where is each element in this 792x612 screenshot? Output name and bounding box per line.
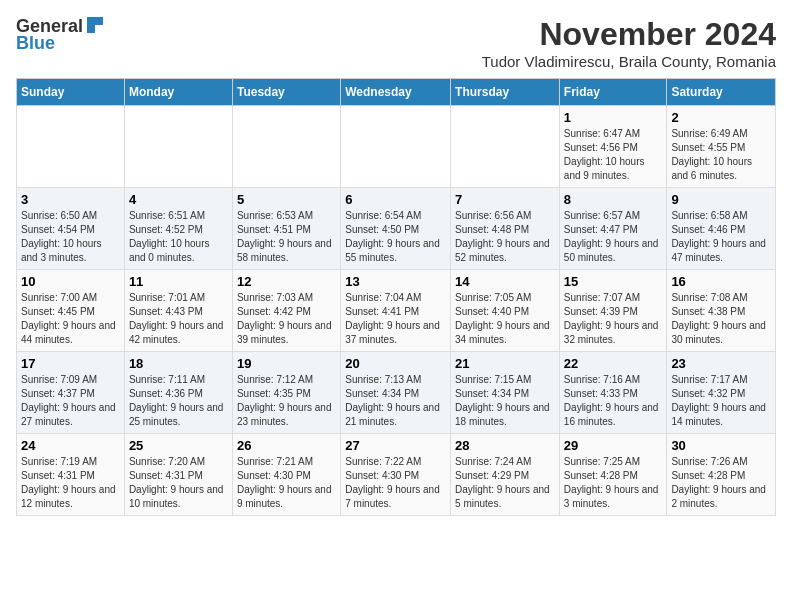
calendar-cell: 16Sunrise: 7:08 AM Sunset: 4:38 PM Dayli… <box>667 270 776 352</box>
day-info: Sunrise: 7:11 AM Sunset: 4:36 PM Dayligh… <box>129 373 228 429</box>
calendar-cell: 10Sunrise: 7:00 AM Sunset: 4:45 PM Dayli… <box>17 270 125 352</box>
calendar-cell: 14Sunrise: 7:05 AM Sunset: 4:40 PM Dayli… <box>451 270 560 352</box>
day-number: 12 <box>237 274 336 289</box>
day-number: 27 <box>345 438 446 453</box>
day-info: Sunrise: 6:49 AM Sunset: 4:55 PM Dayligh… <box>671 127 771 183</box>
day-info: Sunrise: 6:51 AM Sunset: 4:52 PM Dayligh… <box>129 209 228 265</box>
calendar-cell: 4Sunrise: 6:51 AM Sunset: 4:52 PM Daylig… <box>124 188 232 270</box>
day-number: 1 <box>564 110 663 125</box>
day-number: 16 <box>671 274 771 289</box>
calendar-cell <box>451 106 560 188</box>
day-number: 4 <box>129 192 228 207</box>
calendar-header-wednesday: Wednesday <box>341 79 451 106</box>
day-number: 9 <box>671 192 771 207</box>
logo-blue-text: Blue <box>16 33 55 54</box>
day-info: Sunrise: 7:00 AM Sunset: 4:45 PM Dayligh… <box>21 291 120 347</box>
calendar-cell: 17Sunrise: 7:09 AM Sunset: 4:37 PM Dayli… <box>17 352 125 434</box>
day-info: Sunrise: 6:57 AM Sunset: 4:47 PM Dayligh… <box>564 209 663 265</box>
day-info: Sunrise: 7:25 AM Sunset: 4:28 PM Dayligh… <box>564 455 663 511</box>
calendar-header-thursday: Thursday <box>451 79 560 106</box>
calendar-table: SundayMondayTuesdayWednesdayThursdayFrid… <box>16 78 776 516</box>
calendar-cell: 26Sunrise: 7:21 AM Sunset: 4:30 PM Dayli… <box>232 434 340 516</box>
calendar-cell: 15Sunrise: 7:07 AM Sunset: 4:39 PM Dayli… <box>559 270 667 352</box>
day-info: Sunrise: 7:16 AM Sunset: 4:33 PM Dayligh… <box>564 373 663 429</box>
day-number: 14 <box>455 274 555 289</box>
calendar-cell: 25Sunrise: 7:20 AM Sunset: 4:31 PM Dayli… <box>124 434 232 516</box>
calendar-cell: 24Sunrise: 7:19 AM Sunset: 4:31 PM Dayli… <box>17 434 125 516</box>
calendar-header-friday: Friday <box>559 79 667 106</box>
calendar-cell: 28Sunrise: 7:24 AM Sunset: 4:29 PM Dayli… <box>451 434 560 516</box>
calendar-header-sunday: Sunday <box>17 79 125 106</box>
day-number: 30 <box>671 438 771 453</box>
calendar-cell: 12Sunrise: 7:03 AM Sunset: 4:42 PM Dayli… <box>232 270 340 352</box>
calendar-cell: 13Sunrise: 7:04 AM Sunset: 4:41 PM Dayli… <box>341 270 451 352</box>
header: General Blue November 2024 Tudor Vladimi… <box>16 16 776 70</box>
calendar-header-row: SundayMondayTuesdayWednesdayThursdayFrid… <box>17 79 776 106</box>
day-number: 22 <box>564 356 663 371</box>
logo-icon <box>85 15 105 35</box>
svg-marker-0 <box>87 17 103 33</box>
day-number: 7 <box>455 192 555 207</box>
day-info: Sunrise: 7:05 AM Sunset: 4:40 PM Dayligh… <box>455 291 555 347</box>
calendar-cell: 22Sunrise: 7:16 AM Sunset: 4:33 PM Dayli… <box>559 352 667 434</box>
day-number: 18 <box>129 356 228 371</box>
week-row-2: 3Sunrise: 6:50 AM Sunset: 4:54 PM Daylig… <box>17 188 776 270</box>
calendar-header-monday: Monday <box>124 79 232 106</box>
day-info: Sunrise: 7:03 AM Sunset: 4:42 PM Dayligh… <box>237 291 336 347</box>
day-info: Sunrise: 7:13 AM Sunset: 4:34 PM Dayligh… <box>345 373 446 429</box>
day-info: Sunrise: 6:54 AM Sunset: 4:50 PM Dayligh… <box>345 209 446 265</box>
day-number: 13 <box>345 274 446 289</box>
calendar-cell <box>232 106 340 188</box>
day-info: Sunrise: 6:50 AM Sunset: 4:54 PM Dayligh… <box>21 209 120 265</box>
title-area: November 2024 Tudor Vladimirescu, Braila… <box>482 16 776 70</box>
calendar-cell: 30Sunrise: 7:26 AM Sunset: 4:28 PM Dayli… <box>667 434 776 516</box>
calendar-cell: 27Sunrise: 7:22 AM Sunset: 4:30 PM Dayli… <box>341 434 451 516</box>
calendar-cell: 11Sunrise: 7:01 AM Sunset: 4:43 PM Dayli… <box>124 270 232 352</box>
day-info: Sunrise: 7:09 AM Sunset: 4:37 PM Dayligh… <box>21 373 120 429</box>
day-number: 11 <box>129 274 228 289</box>
week-row-1: 1Sunrise: 6:47 AM Sunset: 4:56 PM Daylig… <box>17 106 776 188</box>
week-row-4: 17Sunrise: 7:09 AM Sunset: 4:37 PM Dayli… <box>17 352 776 434</box>
day-info: Sunrise: 7:04 AM Sunset: 4:41 PM Dayligh… <box>345 291 446 347</box>
calendar-cell: 29Sunrise: 7:25 AM Sunset: 4:28 PM Dayli… <box>559 434 667 516</box>
day-number: 19 <box>237 356 336 371</box>
day-number: 3 <box>21 192 120 207</box>
day-number: 6 <box>345 192 446 207</box>
day-number: 24 <box>21 438 120 453</box>
calendar-cell: 20Sunrise: 7:13 AM Sunset: 4:34 PM Dayli… <box>341 352 451 434</box>
day-info: Sunrise: 6:58 AM Sunset: 4:46 PM Dayligh… <box>671 209 771 265</box>
calendar-cell: 2Sunrise: 6:49 AM Sunset: 4:55 PM Daylig… <box>667 106 776 188</box>
day-info: Sunrise: 7:20 AM Sunset: 4:31 PM Dayligh… <box>129 455 228 511</box>
subtitle: Tudor Vladimirescu, Braila County, Roman… <box>482 53 776 70</box>
day-info: Sunrise: 6:47 AM Sunset: 4:56 PM Dayligh… <box>564 127 663 183</box>
logo: General Blue <box>16 16 105 54</box>
week-row-3: 10Sunrise: 7:00 AM Sunset: 4:45 PM Dayli… <box>17 270 776 352</box>
calendar-cell: 23Sunrise: 7:17 AM Sunset: 4:32 PM Dayli… <box>667 352 776 434</box>
day-number: 23 <box>671 356 771 371</box>
day-info: Sunrise: 7:12 AM Sunset: 4:35 PM Dayligh… <box>237 373 336 429</box>
day-number: 28 <box>455 438 555 453</box>
day-info: Sunrise: 7:21 AM Sunset: 4:30 PM Dayligh… <box>237 455 336 511</box>
day-info: Sunrise: 7:01 AM Sunset: 4:43 PM Dayligh… <box>129 291 228 347</box>
calendar-cell <box>124 106 232 188</box>
day-number: 5 <box>237 192 336 207</box>
calendar-cell: 9Sunrise: 6:58 AM Sunset: 4:46 PM Daylig… <box>667 188 776 270</box>
day-number: 17 <box>21 356 120 371</box>
day-number: 21 <box>455 356 555 371</box>
calendar-cell <box>341 106 451 188</box>
day-number: 2 <box>671 110 771 125</box>
day-number: 15 <box>564 274 663 289</box>
day-info: Sunrise: 7:08 AM Sunset: 4:38 PM Dayligh… <box>671 291 771 347</box>
calendar-header-tuesday: Tuesday <box>232 79 340 106</box>
day-info: Sunrise: 7:24 AM Sunset: 4:29 PM Dayligh… <box>455 455 555 511</box>
calendar-cell: 18Sunrise: 7:11 AM Sunset: 4:36 PM Dayli… <box>124 352 232 434</box>
day-info: Sunrise: 7:17 AM Sunset: 4:32 PM Dayligh… <box>671 373 771 429</box>
main-title: November 2024 <box>482 16 776 53</box>
day-number: 10 <box>21 274 120 289</box>
day-number: 25 <box>129 438 228 453</box>
day-info: Sunrise: 7:26 AM Sunset: 4:28 PM Dayligh… <box>671 455 771 511</box>
day-info: Sunrise: 7:22 AM Sunset: 4:30 PM Dayligh… <box>345 455 446 511</box>
calendar-cell: 6Sunrise: 6:54 AM Sunset: 4:50 PM Daylig… <box>341 188 451 270</box>
day-info: Sunrise: 7:15 AM Sunset: 4:34 PM Dayligh… <box>455 373 555 429</box>
calendar-header-saturday: Saturday <box>667 79 776 106</box>
